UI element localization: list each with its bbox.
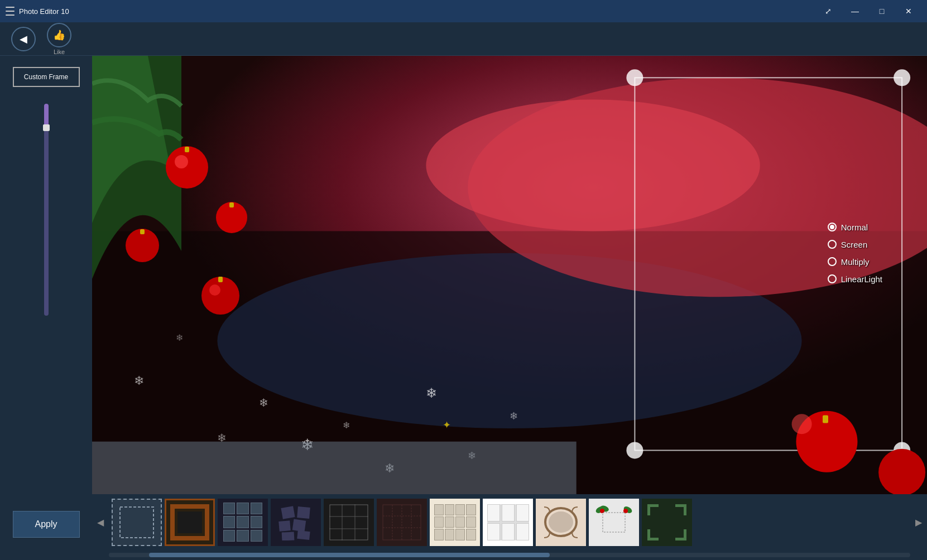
svg-point-18 [894, 69, 910, 86]
svg-rect-67 [647, 504, 686, 540]
svg-rect-43 [292, 519, 306, 532]
content-area: Custom Frame Apply [0, 56, 927, 560]
main-image: ❄ ❄ ❄ ❄ ❄ ❄ ❄ ❄ ❄ ❄ ✦ [92, 56, 927, 494]
svg-point-19 [626, 442, 643, 458]
like-button[interactable]: 👍 [47, 23, 71, 47]
svg-rect-41 [297, 506, 310, 519]
custom-frame-button[interactable]: Custom Frame [13, 67, 80, 87]
frame-thumb-6[interactable] [377, 499, 427, 546]
minimize-button[interactable]: — [842, 3, 868, 20]
svg-text:❄: ❄ [426, 385, 437, 400]
svg-rect-40 [281, 506, 295, 519]
svg-rect-36 [92, 442, 577, 494]
opacity-slider[interactable] [44, 104, 49, 316]
svg-rect-13 [229, 202, 234, 207]
frame-thumb-1[interactable] [112, 499, 162, 546]
blend-radio-normal [828, 223, 837, 231]
frames-scroll [109, 499, 910, 546]
like-icon: 👍 [53, 29, 65, 41]
blend-label-linearlight: LinearLight [841, 274, 882, 284]
image-area: ❄ ❄ ❄ ❄ ❄ ❄ ❄ ❄ ❄ ❄ ✦ [92, 56, 927, 560]
blend-radio-linearlight [828, 274, 837, 283]
left-panel: Custom Frame Apply [0, 56, 92, 560]
svg-point-22 [792, 414, 812, 434]
frame-thumb-10[interactable] [589, 499, 639, 546]
svg-point-17 [626, 69, 643, 86]
blend-option-multiply[interactable]: Multiply [828, 257, 882, 267]
svg-text:✦: ✦ [443, 419, 451, 431]
blend-options: Normal Screen Multiply LinearLight [828, 223, 882, 284]
svg-text:❄: ❄ [510, 411, 518, 422]
blend-option-screen[interactable]: Screen [828, 240, 882, 249]
svg-rect-50 [330, 505, 368, 540]
svg-text:❄: ❄ [176, 333, 183, 342]
scrollbar-area [92, 550, 927, 560]
svg-point-5 [166, 146, 208, 189]
svg-rect-11 [218, 277, 223, 282]
svg-rect-39 [177, 511, 202, 533]
canvas-area: ❄ ❄ ❄ ❄ ❄ ❄ ❄ ❄ ❄ ❄ ✦ [92, 56, 927, 494]
svg-rect-15 [140, 229, 145, 234]
frame-thumb-4[interactable] [271, 499, 321, 546]
svg-text:❄: ❄ [259, 397, 268, 409]
svg-rect-45 [297, 530, 310, 539]
frame-thumb-11[interactable] [642, 499, 692, 546]
scrollbar-thumb[interactable] [149, 553, 550, 557]
svg-point-59 [549, 511, 573, 533]
top-toolbar: ◀ 👍 Like [0, 22, 927, 56]
svg-rect-23 [823, 416, 828, 423]
like-container: 👍 Like [47, 23, 71, 55]
frame-thumb-3[interactable] [218, 499, 268, 546]
frame-thumb-5[interactable] [324, 499, 374, 546]
app-title: Photo Editor 10 [19, 7, 811, 16]
hamburger-menu[interactable] [6, 7, 15, 16]
maximize-button[interactable]: □ [869, 3, 895, 20]
scroll-right-button[interactable]: ▶ [910, 499, 927, 546]
main-container: ◀ 👍 Like Custom Frame Apply [0, 22, 927, 560]
scrollbar-track[interactable] [109, 553, 910, 557]
frame-thumb-7[interactable] [430, 499, 480, 546]
frames-strip: ◀ [92, 494, 927, 550]
svg-text:❄: ❄ [343, 421, 350, 430]
blend-radio-screen [828, 240, 837, 249]
svg-point-10 [209, 284, 220, 296]
svg-rect-8 [185, 147, 189, 152]
svg-point-9 [201, 277, 239, 315]
svg-rect-37 [120, 507, 153, 538]
svg-rect-42 [278, 520, 290, 532]
frame-thumb-2[interactable] [165, 499, 215, 546]
expand-button[interactable]: ⤢ [815, 3, 841, 20]
blend-radio-multiply [828, 257, 837, 266]
blend-label-screen: Screen [841, 240, 868, 249]
blend-label-normal: Normal [841, 223, 868, 232]
svg-point-7 [175, 155, 188, 168]
blend-label-multiply: Multiply [841, 257, 870, 267]
svg-text:❄: ❄ [134, 374, 144, 388]
back-icon: ◀ [20, 33, 27, 45]
frame-thumb-8[interactable] [483, 499, 533, 546]
svg-point-4 [426, 100, 760, 231]
frame-thumb-9[interactable] [536, 499, 586, 546]
scroll-left-button[interactable]: ◀ [92, 499, 109, 546]
apply-button[interactable]: Apply [13, 511, 80, 538]
svg-point-65 [623, 509, 628, 513]
svg-point-24 [878, 449, 925, 494]
svg-rect-44 [282, 532, 295, 540]
window-controls: ⤢ — □ ✕ [815, 3, 921, 20]
blend-option-linearlight[interactable]: LinearLight [828, 274, 882, 284]
close-button[interactable]: ✕ [896, 3, 921, 20]
blend-option-normal[interactable]: Normal [828, 223, 882, 232]
like-label: Like [54, 49, 65, 55]
slider-container [44, 98, 49, 500]
back-button[interactable]: ◀ [11, 27, 36, 51]
title-bar: Photo Editor 10 ⤢ — □ ✕ [0, 0, 927, 22]
